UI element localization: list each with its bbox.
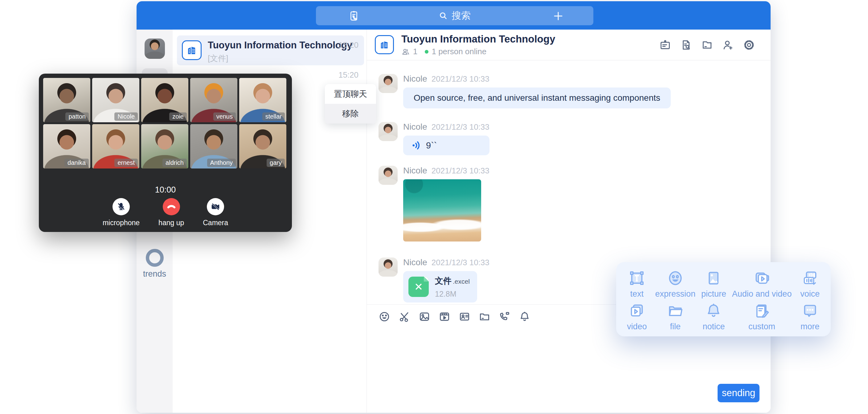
message-sender: Nicole <box>403 257 427 267</box>
participant-video: aldrich <box>141 124 188 168</box>
participant-video: venus <box>190 78 237 122</box>
plus-icon[interactable] <box>553 10 564 23</box>
group-avatar-badge <box>182 40 202 60</box>
hangup-label: hang up <box>158 219 184 227</box>
chat-header: Tuoyun Information Technology 1 1 person… <box>367 30 771 60</box>
conversation-context-menu: 置顶聊天 移除 <box>325 84 376 124</box>
announcement-icon[interactable] <box>659 39 671 51</box>
chat-history-search-icon[interactable] <box>680 39 692 51</box>
emoji-icon[interactable] <box>378 311 390 322</box>
contact-card-icon[interactable] <box>459 311 470 322</box>
message-sender: Nicole <box>403 122 427 132</box>
settings-gear-icon[interactable] <box>743 39 755 51</box>
avatar-nicole[interactable] <box>378 122 398 141</box>
text-tool-icon <box>628 268 646 288</box>
image-icon[interactable] <box>418 311 430 322</box>
trends-icon <box>146 249 164 267</box>
screenshot-scissors-icon[interactable] <box>399 311 410 322</box>
online-status: 1 person online <box>432 47 487 56</box>
picture-tool-icon <box>705 268 722 288</box>
add-member-icon[interactable] <box>722 39 734 51</box>
file-name: 文件 <box>435 276 452 286</box>
video-call-icon[interactable] <box>499 311 510 322</box>
participant-video: ernest <box>92 124 139 168</box>
image-message-beach[interactable] <box>403 179 481 242</box>
panel-item-voice[interactable]: voice <box>792 267 828 300</box>
chat-panel: Tuoyun Information Technology 1 1 person… <box>367 30 771 413</box>
microphone-control: microphone <box>103 198 140 227</box>
text-message-bubble[interactable]: Open source, free, and universal instant… <box>403 88 671 108</box>
panel-item-custom[interactable]: custom <box>732 300 792 333</box>
search-placeholder-wrap[interactable]: 搜索 <box>439 9 471 22</box>
voice-message-bubble[interactable]: 9`` <box>403 135 490 155</box>
file-size: 12.8M <box>435 290 470 298</box>
panel-item-text[interactable]: text <box>619 267 655 300</box>
panel-label: text <box>630 289 644 299</box>
panel-item-video[interactable]: video <box>619 300 655 333</box>
expression-tool-icon <box>667 268 684 288</box>
search-bar[interactable]: 搜索 <box>316 6 593 25</box>
call-controls: microphone hang up Camera <box>39 198 292 227</box>
participant-name: danika <box>64 159 89 167</box>
sidebar-item-trends[interactable]: trends <box>136 249 173 279</box>
menu-item-pin-chat[interactable]: 置顶聊天 <box>325 84 376 104</box>
camera-toggle-button[interactable] <box>207 198 224 215</box>
participant-video: zoie <box>141 78 188 122</box>
panel-label: Audio and video <box>732 289 792 299</box>
avatar-nicole[interactable] <box>378 166 398 185</box>
members-icon <box>401 47 410 56</box>
trends-label: trends <box>136 269 173 279</box>
conversation-item-tuoyun[interactable]: Tuoyun Information Technology [文件] 15:20 <box>177 35 364 65</box>
panel-item-audio-video[interactable]: Audio and video <box>732 267 792 300</box>
more-tool-icon <box>801 301 819 321</box>
message-input-area[interactable]: sending <box>367 328 771 413</box>
audio-video-tool-icon <box>753 268 771 288</box>
custom-tool-icon <box>753 301 771 321</box>
files-icon[interactable] <box>701 39 713 51</box>
camera-off-icon <box>211 202 220 211</box>
message-time: 2021/12/3 10:33 <box>432 166 490 176</box>
call-log-icon[interactable] <box>348 10 360 23</box>
conversation-time: 15:20 <box>338 70 359 80</box>
group-call-window[interactable]: patton Nicole zoie venus stellar danika … <box>39 74 292 232</box>
message-time: 2021/12/3 10:33 <box>432 258 490 267</box>
call-participants-grid: patton Nicole zoie venus stellar danika … <box>43 78 286 168</box>
mic-toggle-button[interactable] <box>113 198 130 215</box>
panel-item-expression[interactable]: expression <box>655 267 696 300</box>
file-message-bubble[interactable]: ✕ 文件.excel 12.8M <box>403 271 477 302</box>
notification-bell-icon[interactable] <box>519 311 530 322</box>
panel-item-picture[interactable]: picture <box>695 267 732 300</box>
folder-icon[interactable] <box>479 311 490 322</box>
voice-wave-icon <box>411 140 422 151</box>
file-tool-icon <box>667 301 684 321</box>
panel-item-file[interactable]: file <box>655 300 696 333</box>
search-icon <box>439 11 448 20</box>
avatar-nicole[interactable] <box>378 257 398 277</box>
hang-up-button[interactable] <box>163 198 180 215</box>
panel-label: video <box>627 322 647 331</box>
panel-label: more <box>801 322 819 331</box>
send-button[interactable]: sending <box>718 384 760 402</box>
hang-up-icon <box>166 201 177 212</box>
video-clip-icon[interactable] <box>439 311 450 322</box>
mic-off-icon <box>117 202 126 211</box>
group-building-icon <box>379 39 390 50</box>
panel-label: voice <box>800 289 819 299</box>
participant-video: gary <box>239 124 286 168</box>
member-count: 1 <box>413 47 417 56</box>
panel-label: expression <box>655 289 696 299</box>
participant-name: ernest <box>114 159 138 167</box>
panel-item-notice[interactable]: notice <box>695 300 732 333</box>
panel-item-more[interactable]: more <box>792 300 828 333</box>
camera-label: Camera <box>203 219 228 227</box>
group-avatar-badge <box>375 35 394 54</box>
current-user-avatar[interactable] <box>145 38 165 59</box>
voice-duration: 9`` <box>426 140 437 151</box>
participant-name: patton <box>65 113 89 121</box>
menu-item-remove[interactable]: 移除 <box>325 104 376 124</box>
avatar-nicole[interactable] <box>378 74 398 93</box>
message-sender: Nicole <box>403 166 427 176</box>
notice-tool-icon <box>705 301 722 321</box>
voice-tool-icon <box>801 268 819 288</box>
participant-video: Nicole <box>92 78 139 122</box>
